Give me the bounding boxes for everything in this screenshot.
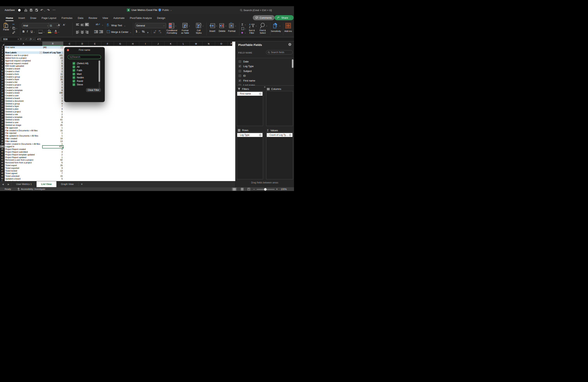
row-header-45[interactable]: 45 bbox=[0, 164, 5, 167]
field-item-log-type[interactable]: ✓Log Type bbox=[238, 64, 253, 69]
cell-B24[interactable]: 4 bbox=[42, 107, 63, 110]
values-drop-zone[interactable]: Count of Log Ty… i bbox=[266, 132, 293, 179]
insert-cells-chevron-icon[interactable]: ⌄ bbox=[216, 25, 217, 27]
align-top-icon[interactable] bbox=[75, 23, 80, 27]
cell-A42[interactable]: Project Report updated bbox=[5, 156, 42, 159]
fx-icon[interactable]: fx bbox=[30, 37, 32, 41]
ribbon-tab-home[interactable]: Home bbox=[5, 14, 14, 22]
cell-A40[interactable]: Project Report submitted bbox=[5, 150, 42, 153]
row-header-29[interactable]: 29 bbox=[0, 121, 5, 124]
decrease-decimal-icon[interactable]: .00→.0 bbox=[158, 30, 161, 33]
cell-A41[interactable]: Project Report template updated bbox=[5, 153, 42, 156]
column-header-B[interactable]: B bbox=[42, 42, 63, 46]
column-header-A[interactable]: A bbox=[5, 42, 42, 46]
selected-cell-b38[interactable] bbox=[42, 145, 63, 149]
page-layout-view-icon[interactable] bbox=[240, 188, 245, 191]
checkbox-icon[interactable]: ✓ bbox=[73, 73, 75, 75]
cell-B10[interactable]: 1 bbox=[42, 70, 63, 73]
info-icon[interactable]: i bbox=[289, 134, 292, 136]
cell-B44[interactable]: 5 bbox=[42, 161, 63, 164]
sensitivity-icon[interactable] bbox=[273, 23, 278, 28]
cell-A49[interactable]: Ticket unlocked bbox=[5, 175, 42, 177]
cell-B7[interactable]: 5 bbox=[42, 62, 63, 65]
row-header-19[interactable]: 19 bbox=[0, 94, 5, 97]
sort-filter-chevron-icon[interactable]: ⌄ bbox=[255, 25, 257, 27]
zoom-level[interactable]: 100% bbox=[281, 188, 287, 191]
cell-B22[interactable]: 9 bbox=[42, 102, 63, 105]
checkbox-icon[interactable]: ✓ bbox=[73, 83, 75, 86]
cell-B46[interactable]: 9 bbox=[42, 167, 63, 170]
filters-drop-zone[interactable]: First name i bbox=[237, 91, 263, 126]
row-labels-filter-dropdown[interactable]: ▼ bbox=[40, 52, 42, 54]
field-item-first-name[interactable]: ✓First name bbox=[238, 78, 255, 83]
cell-B15[interactable]: 7 bbox=[42, 84, 63, 86]
row-header-8[interactable]: 8 bbox=[0, 65, 5, 67]
name-box-stepper[interactable]: ▲▼ bbox=[18, 38, 19, 40]
cell-A27[interactable]: Deleted a template bbox=[5, 116, 42, 118]
row-header-13[interactable]: 13 bbox=[0, 78, 5, 81]
fill-color-icon[interactable] bbox=[48, 30, 51, 32]
orientation-icon[interactable]: ab↗ bbox=[96, 23, 100, 26]
cell-B18[interactable]: 190 bbox=[42, 92, 63, 94]
row-header-39[interactable]: 39 bbox=[0, 148, 5, 150]
ribbon-tab-draw[interactable]: Draw bbox=[30, 14, 37, 22]
increase-font-icon[interactable]: A˄ bbox=[58, 23, 61, 27]
sensitivity-label[interactable]: Sensitivity bbox=[270, 30, 282, 32]
cell-A50[interactable]: Updated a board bbox=[5, 177, 42, 180]
column-header-F[interactable]: F bbox=[101, 42, 114, 46]
cell-B25[interactable]: 5 bbox=[42, 110, 63, 113]
info-icon[interactable]: i bbox=[259, 134, 262, 136]
privacy-chevron-icon[interactable]: ⌄ bbox=[170, 9, 172, 11]
row-header-34[interactable]: 34 bbox=[0, 134, 5, 137]
sort-filter-icon[interactable]: AZ bbox=[249, 23, 255, 29]
cell-A48[interactable]: Ticket signed bbox=[5, 172, 42, 175]
share-button[interactable]: Share ⌄ bbox=[274, 15, 294, 20]
cell-styles-label[interactable]: CellStyles bbox=[193, 29, 204, 34]
columns-drop-zone[interactable] bbox=[266, 91, 293, 126]
ribbon-tab-data[interactable]: Data bbox=[77, 14, 84, 22]
cell-B8[interactable]: 8 bbox=[42, 65, 63, 67]
cut-icon[interactable]: ✂ bbox=[12, 23, 15, 26]
column-header-D[interactable]: D bbox=[76, 42, 89, 46]
row-header-21[interactable]: 21 bbox=[0, 100, 5, 102]
row-header-44[interactable]: 44 bbox=[0, 161, 5, 164]
cell-B17[interactable]: 8 bbox=[42, 89, 63, 92]
row-header-37[interactable]: 37 bbox=[0, 143, 5, 145]
cell-A44[interactable]: Removed form from a project bbox=[5, 161, 42, 164]
sensitivity-chevron-icon[interactable]: ⌄ bbox=[279, 25, 281, 27]
comma-icon[interactable]: , bbox=[147, 30, 148, 34]
insert-cells-label[interactable]: Insert bbox=[207, 30, 217, 32]
cell-B36[interactable]: 13 bbox=[42, 140, 63, 143]
cell-B48[interactable]: 7 bbox=[42, 172, 63, 175]
save-icon[interactable] bbox=[30, 9, 33, 12]
cell-A26[interactable]: Deleted a role bbox=[5, 113, 42, 116]
cell-B33[interactable]: 1 bbox=[42, 132, 63, 135]
row-header-14[interactable]: 14 bbox=[0, 81, 5, 84]
accessibility-status[interactable]: Accessibility: Investigate bbox=[21, 188, 45, 190]
confirm-entry-icon[interactable]: ✓ bbox=[25, 38, 27, 41]
ribbon-tab-automate[interactable]: Automate bbox=[113, 14, 125, 22]
fill-chevron-icon[interactable]: ⌄ bbox=[245, 28, 246, 30]
ribbon-tab-view[interactable]: View bbox=[102, 14, 108, 22]
info-icon[interactable]: i bbox=[259, 93, 262, 95]
borders-chevron-icon[interactable]: ⌄ bbox=[43, 31, 45, 33]
cell-B4[interactable]: 181 bbox=[42, 54, 63, 57]
undo-chevron-icon[interactable]: ⌄ bbox=[44, 10, 45, 12]
cell-A22[interactable]: Deleted a group bbox=[5, 102, 42, 105]
cell-B47[interactable]: 13 bbox=[42, 170, 63, 172]
row-header-4[interactable]: 4 bbox=[0, 54, 5, 57]
column-header-K[interactable]: K bbox=[165, 42, 177, 46]
merge-center-label[interactable]: Merge & Center bbox=[111, 31, 128, 33]
checkbox-icon[interactable]: ✓ bbox=[73, 76, 75, 79]
number-format-select[interactable]: General⌄ bbox=[135, 23, 166, 28]
column-header-H[interactable]: H bbox=[126, 42, 139, 46]
cell-B20[interactable]: 1 bbox=[42, 97, 63, 100]
cell-B5[interactable]: 23 bbox=[42, 57, 63, 59]
cell-A24[interactable]: Deleted a plan bbox=[5, 107, 42, 110]
row-header-46[interactable]: 46 bbox=[0, 167, 5, 170]
cell-A33[interactable]: File rejected bbox=[5, 132, 42, 135]
undo-icon[interactable]: ↶ bbox=[41, 9, 43, 12]
row-header-41[interactable]: 41 bbox=[0, 153, 5, 156]
row-header-17[interactable]: 17 bbox=[0, 89, 5, 92]
cell-A13[interactable]: Created a layer bbox=[5, 78, 42, 81]
